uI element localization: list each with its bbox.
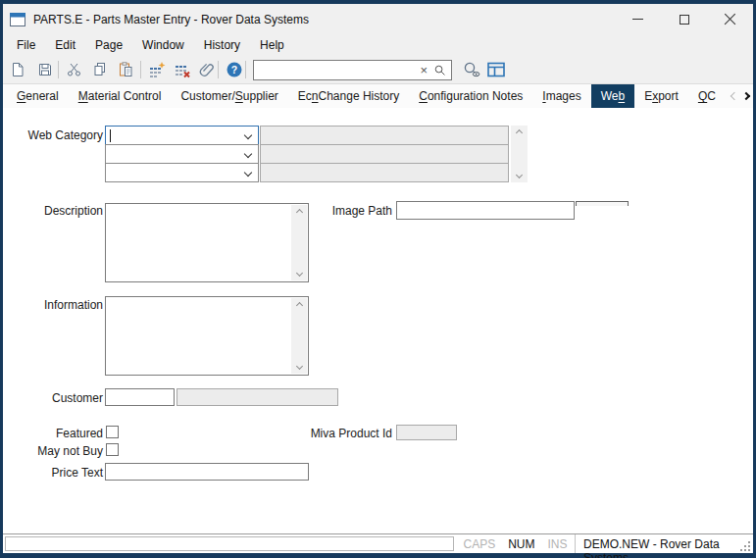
menu-item-page[interactable]: Page	[85, 35, 132, 55]
new-document-icon	[9, 61, 26, 78]
scroll-up-icon[interactable]	[295, 302, 302, 309]
web-category-description-1	[260, 126, 509, 145]
save-button[interactable]	[33, 58, 57, 81]
menu-item-window[interactable]: Window	[132, 35, 194, 55]
search-icon[interactable]	[431, 64, 451, 76]
featured-label: Featured	[10, 427, 103, 440]
tab-qc[interactable]: QC	[688, 84, 726, 108]
featured-checkbox[interactable]	[106, 426, 119, 438]
tab-label: G	[17, 89, 25, 103]
scroll-up-icon[interactable]	[295, 209, 302, 216]
tab-label: E	[644, 89, 652, 103]
tab-scroll-left-icon[interactable]	[731, 92, 738, 100]
scroll-down-icon[interactable]	[295, 363, 302, 370]
window-title: PARTS.E - Parts Master Entry - Rover Dat…	[33, 13, 309, 26]
copy-button[interactable]	[88, 58, 112, 81]
may-not-buy-checkbox[interactable]	[106, 443, 119, 456]
description-label: Description	[10, 204, 103, 218]
search-input[interactable]	[254, 62, 416, 78]
status-message-field	[5, 536, 454, 551]
layout-view-button[interactable]	[484, 58, 508, 81]
scroll-down-icon[interactable]	[516, 172, 523, 178]
scroll-down-icon[interactable]	[295, 270, 302, 277]
minimize-icon	[632, 19, 643, 20]
menu-bar: File Edit Page Window History Help	[3, 34, 753, 56]
chevron-down-icon[interactable]	[244, 169, 252, 177]
minimize-button[interactable]	[615, 4, 661, 34]
tab-images[interactable]: Images	[532, 84, 590, 108]
num-lock-indicator: NUM	[508, 537, 534, 551]
web-category-label: Web Category	[10, 128, 103, 142]
information-textarea[interactable]	[106, 297, 291, 375]
price-text-input[interactable]	[105, 463, 309, 481]
cut-button[interactable]	[63, 58, 86, 81]
tab-label: upplier	[243, 89, 278, 103]
tab-label: M	[78, 89, 88, 103]
image-path-input[interactable]	[396, 201, 575, 220]
paste-icon	[117, 61, 134, 78]
tab-label: Change History	[319, 89, 400, 103]
close-button[interactable]	[707, 4, 753, 34]
svg-text:?: ?	[231, 64, 237, 76]
save-icon	[36, 61, 54, 78]
web-category-combo-1[interactable]	[105, 126, 259, 145]
menu-item-help[interactable]: Help	[250, 35, 294, 55]
tab-label: Ec	[298, 89, 312, 103]
title-bar: PARTS.E - Parts Master Entry - Rover Dat…	[3, 4, 753, 34]
tab-web[interactable]: Web	[591, 84, 634, 108]
record-lookup-button[interactable]	[460, 58, 483, 81]
web-category-combo-3[interactable]	[105, 163, 259, 182]
insert-mode-indicator: INS	[548, 537, 568, 551]
information-box	[105, 296, 309, 376]
window-icon[interactable]	[10, 13, 25, 26]
close-icon	[724, 13, 736, 25]
attach-file-button[interactable]	[195, 58, 219, 81]
chevron-down-icon[interactable]	[244, 150, 252, 158]
description-scrollbar[interactable]	[291, 205, 307, 280]
scroll-up-icon[interactable]	[516, 129, 523, 136]
tab-label: eneral	[25, 89, 58, 103]
tab-ecn-change-history[interactable]: Ecn Change History	[288, 84, 409, 108]
tab-export[interactable]: Export	[634, 84, 688, 108]
web-category-description-3	[260, 163, 509, 182]
toolbar: ? ×	[3, 56, 753, 84]
paste-button[interactable]	[114, 58, 137, 81]
window-controls	[615, 4, 753, 34]
tab-configuration-notes[interactable]: Configuration Notes	[409, 84, 532, 108]
toolbar-separator	[58, 61, 59, 78]
customer-label: Customer	[10, 391, 103, 405]
menu-item-history[interactable]: History	[194, 35, 250, 55]
menu-item-edit[interactable]: Edit	[45, 35, 85, 55]
resize-grip[interactable]	[744, 545, 746, 547]
chevron-down-icon[interactable]	[244, 131, 252, 139]
insert-record-button[interactable]	[145, 58, 169, 81]
session-status: DEMO.NEW - Rover Data Systems	[583, 537, 753, 558]
tab-scroll-right-icon[interactable]	[742, 92, 750, 100]
new-document-button[interactable]	[6, 58, 29, 81]
tab-general[interactable]: General	[7, 84, 69, 108]
price-text-label: Price Text	[10, 466, 103, 480]
web-category-scrollbar[interactable]	[511, 126, 528, 182]
delete-record-button[interactable]	[171, 58, 194, 81]
help-button[interactable]: ?	[223, 58, 246, 81]
text-caret	[110, 129, 111, 142]
clear-search-icon[interactable]: ×	[416, 64, 431, 76]
image-path-secondary-field	[576, 201, 629, 206]
description-textarea[interactable]	[106, 204, 291, 281]
layout-view-icon	[486, 61, 506, 78]
miva-product-id-label: Miva Product Id	[294, 427, 392, 440]
web-category-combo-2[interactable]	[105, 144, 259, 164]
tab-customer-supplier[interactable]: Customer/Supplier	[171, 84, 287, 108]
tab-material-control[interactable]: Material Control	[69, 84, 172, 108]
customer-code-input[interactable]	[105, 388, 175, 406]
tab-label: port	[658, 89, 679, 103]
menu-item-file[interactable]: File	[7, 35, 45, 55]
toolbar-separator	[218, 61, 219, 78]
caps-lock-indicator: CAPS	[463, 537, 495, 551]
web-category-description-2	[260, 144, 509, 164]
information-scrollbar[interactable]	[291, 298, 307, 374]
maximize-button[interactable]	[661, 4, 707, 34]
help-icon: ?	[226, 61, 243, 78]
toolbar-search-box: ×	[253, 60, 452, 80]
description-box	[105, 203, 309, 282]
